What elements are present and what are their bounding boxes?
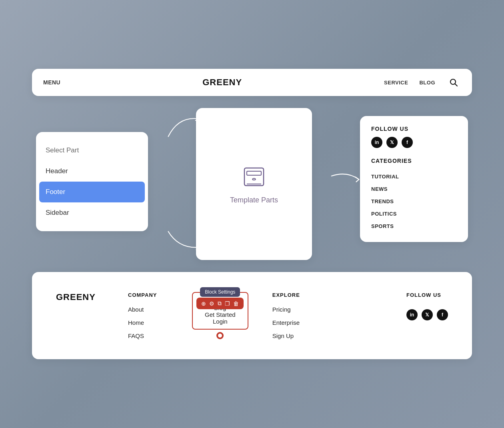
footer-explore-title: EXPLORE bbox=[272, 292, 312, 298]
footer-explore-pricing[interactable]: Pricing bbox=[272, 306, 312, 313]
svg-rect-3 bbox=[247, 171, 261, 175]
footer-explore-col: EXPLORE Pricing Enterprise Sign Up bbox=[272, 292, 312, 339]
footer-info-wrapper: Block Settings ⊕ ⚙ ⧉ ❐ 🗑 INFO Blog Get S… bbox=[192, 292, 248, 339]
settings-gear-icon[interactable]: ⚙ bbox=[209, 300, 214, 307]
block-anchor-inner bbox=[218, 334, 222, 338]
footer-inner: GREENY COMPANY About Home FAQS Block Set… bbox=[56, 292, 448, 339]
select-footer-item[interactable]: Footer bbox=[39, 182, 145, 202]
footer-twitter-icon[interactable]: 𝕏 bbox=[422, 309, 433, 320]
copy-icon[interactable]: ❐ bbox=[225, 300, 230, 307]
footer-info-get-started[interactable]: Get Started bbox=[205, 311, 236, 318]
block-anchor bbox=[216, 332, 224, 339]
search-button[interactable] bbox=[446, 75, 461, 90]
footer-explore-signup[interactable]: Sign Up bbox=[272, 332, 312, 339]
select-part-title: Select Part bbox=[36, 140, 148, 161]
arrow-right bbox=[327, 164, 363, 188]
categories-title: CATEGORIES bbox=[371, 158, 457, 164]
footer-info-login[interactable]: Login bbox=[213, 318, 228, 325]
move-icon[interactable]: ⊕ bbox=[201, 300, 206, 307]
header-logo: GREENY bbox=[202, 77, 242, 88]
nav-blog[interactable]: BLOG bbox=[419, 80, 435, 86]
category-tutorial[interactable]: TUTORIAL bbox=[371, 170, 457, 183]
block-settings-toolbar: ⊕ ⚙ ⧉ ❐ 🗑 bbox=[196, 298, 244, 309]
block-settings-tooltip: Block Settings bbox=[200, 287, 240, 297]
social-icons-group: in 𝕏 f bbox=[371, 137, 457, 148]
select-header-item[interactable]: Header bbox=[36, 161, 148, 182]
category-trends[interactable]: TRENDS bbox=[371, 195, 457, 208]
footer-company-col: COMPANY About Home FAQS bbox=[128, 292, 168, 339]
header-right: SERVICE BLOG bbox=[384, 75, 461, 90]
follow-us-title: FOLLOW US bbox=[371, 126, 457, 132]
footer-logo: GREENY bbox=[56, 292, 104, 302]
footer-follow-title: FOLLOW US bbox=[406, 292, 448, 298]
block-settings-container: Block Settings ⊕ ⚙ ⧉ ❐ 🗑 bbox=[196, 287, 244, 309]
select-part-panel: Select Part Header Footer Sidebar bbox=[36, 132, 148, 231]
linkedin-icon[interactable]: in bbox=[371, 137, 382, 148]
footer-follow-col: FOLLOW US in 𝕏 f bbox=[406, 292, 448, 320]
footer-company-faqs[interactable]: FAQS bbox=[128, 332, 168, 339]
facebook-icon[interactable]: f bbox=[402, 137, 413, 148]
twitter-icon[interactable]: 𝕏 bbox=[386, 137, 398, 148]
category-sports[interactable]: SPORTS bbox=[371, 220, 457, 232]
select-sidebar-item[interactable]: Sidebar bbox=[36, 202, 148, 223]
svg-rect-2 bbox=[244, 168, 264, 186]
middle-section: Select Part Header Footer Sidebar bbox=[32, 108, 472, 260]
footer-section: GREENY COMPANY About Home FAQS Block Set… bbox=[32, 272, 472, 359]
footer-explore-enterprise[interactable]: Enterprise bbox=[272, 319, 312, 326]
template-icon bbox=[241, 164, 267, 190]
category-news[interactable]: NEWS bbox=[371, 183, 457, 195]
template-parts-panel: Template Parts bbox=[196, 108, 312, 260]
page-wrapper: MENU GREENY SERVICE BLOG Select Part Hea… bbox=[32, 69, 472, 359]
sidebar-follow-panel: FOLLOW US in 𝕏 f CATEGORIES TUTORIAL NEW… bbox=[360, 116, 468, 242]
menu-label[interactable]: MENU bbox=[43, 79, 60, 86]
duplicate-icon[interactable]: ⧉ bbox=[218, 300, 222, 307]
footer-social-icons: in 𝕏 f bbox=[406, 309, 448, 320]
nav-service[interactable]: SERVICE bbox=[384, 80, 408, 86]
delete-icon[interactable]: 🗑 bbox=[233, 300, 239, 307]
category-politics[interactable]: POLITICS bbox=[371, 208, 457, 220]
footer-company-about[interactable]: About bbox=[128, 306, 168, 313]
footer-company-home[interactable]: Home bbox=[128, 319, 168, 326]
footer-facebook-icon[interactable]: f bbox=[437, 309, 448, 320]
header-bar: MENU GREENY SERVICE BLOG bbox=[32, 69, 472, 96]
template-parts-label: Template Parts bbox=[230, 196, 278, 204]
svg-line-1 bbox=[455, 84, 458, 86]
footer-linkedin-icon[interactable]: in bbox=[406, 309, 418, 320]
footer-company-title: COMPANY bbox=[128, 292, 168, 298]
